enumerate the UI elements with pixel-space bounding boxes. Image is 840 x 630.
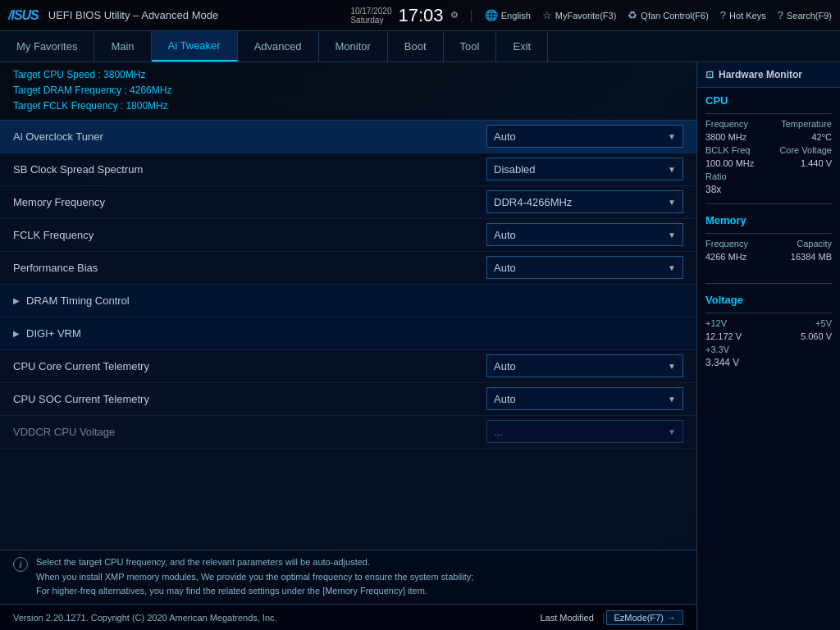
myfavorite-label: MyFavorite(F3) (555, 11, 617, 21)
hw-cpu-bclk-value: 100.00 MHz (705, 158, 754, 168)
status-line-1: Select the target CPU frequency, and the… (36, 555, 473, 570)
day-value: Saturday (350, 16, 391, 25)
hw-cpu-temp-label: Temperature (781, 119, 832, 129)
fclk-freq-value[interactable]: Auto ▼ (486, 223, 683, 246)
setting-cpu-core-telemetry[interactable]: CPU Core Current Telemetry Auto ▼ (0, 350, 696, 383)
nav-my-favorites[interactable]: My Favorites (0, 31, 94, 62)
nav-main[interactable]: Main (94, 31, 151, 62)
nav-boot[interactable]: Boot (388, 31, 444, 62)
nav-monitor[interactable]: Monitor (319, 31, 388, 62)
cpu-soc-telemetry-dropdown-value: Auto (494, 393, 516, 405)
sb-clock-value[interactable]: Disabled ▼ (486, 158, 683, 180)
hw-volt-12v-value: 12.172 V (705, 331, 742, 341)
setting-fclk-freq[interactable]: FCLK Frequency Auto ▼ (0, 219, 696, 252)
hw-mem-freq-val-row: 4266 MHz 16384 MB (697, 250, 840, 263)
hw-monitor-title: Hardware Monitor (719, 69, 802, 80)
status-bar: i Select the target CPU frequency, and t… (0, 550, 696, 604)
ai-overclock-value[interactable]: Auto ▼ (486, 125, 683, 148)
cpu-soc-telemetry-label: CPU SOC Current Telemetry (13, 393, 486, 405)
hw-cpu-ratio-value: 38x (697, 183, 840, 200)
vddcr-cpu-label: VDDCR CPU Voltage (13, 426, 486, 438)
cpu-core-telemetry-value[interactable]: Auto ▼ (486, 354, 683, 377)
hw-volt-divider (705, 313, 832, 313)
gear-icon[interactable]: ⚙ (450, 10, 459, 21)
content-area: Target CPU Speed : 3800MHz Target DRAM F… (0, 62, 840, 630)
nav-advanced[interactable]: Advanced (238, 31, 319, 62)
search-button[interactable]: ? Search(F9) (778, 9, 832, 21)
setting-cpu-soc-telemetry[interactable]: CPU SOC Current Telemetry Auto ▼ (0, 383, 696, 416)
time-display: 17:03 (398, 5, 443, 26)
hotkeys-button[interactable]: ? Hot Keys (720, 9, 766, 21)
info-icon: i (13, 557, 28, 572)
vddcr-cpu-dropdown[interactable]: ... ▼ (486, 420, 683, 443)
section-digi-vrm[interactable]: ▶ DIGI+ VRM (0, 317, 696, 350)
cpu-core-telemetry-dropdown-value: Auto (494, 360, 516, 372)
target-cpu-speed: Target CPU Speed : 3800MHz (13, 67, 683, 83)
nav-ai-tweaker[interactable]: Ai Tweaker (152, 31, 238, 62)
digi-vrm-expand-icon: ▶ (13, 329, 20, 338)
hw-cpu-section-title: CPU (697, 88, 840, 110)
last-modified-button[interactable]: Last Modified (533, 611, 600, 624)
language-button[interactable]: 🌐 English (485, 9, 531, 21)
hw-cpu-bclk-label: BCLK Freq (705, 145, 750, 155)
hotkeys-icon: ? (720, 9, 726, 21)
settings-list: Ai Overclock Tuner Auto ▼ SB Clock Sprea… (0, 121, 696, 550)
hw-cpu-bclk-val-row: 100.00 MHz 1.440 V (697, 157, 840, 170)
footer: Version 2.20.1271. Copyright (C) 2020 Am… (0, 604, 696, 630)
hw-volt-33v-row: +3.3V (697, 343, 840, 356)
myfavorite-button[interactable]: ☆ MyFavorite(F3) (542, 9, 617, 21)
hw-monitor-panel: ⊡ Hardware Monitor CPU Frequency Tempera… (696, 62, 840, 630)
sb-clock-dropdown[interactable]: Disabled ▼ (486, 158, 683, 180)
cpu-soc-telemetry-value[interactable]: Auto ▼ (486, 387, 683, 410)
sb-clock-label: SB Clock Spread Spectrum (13, 163, 486, 176)
setting-memory-freq[interactable]: Memory Frequency DDR4-4266MHz ▼ (0, 186, 696, 219)
nav-monitor-label: Monitor (336, 40, 371, 52)
hw-volt-12v-label: +12V (705, 318, 727, 328)
hw-cpu-vcore-label: Core Voltage (779, 145, 832, 155)
hw-mem-cap-label: Capacity (797, 239, 832, 249)
fclk-freq-dropdown[interactable]: Auto ▼ (486, 223, 683, 246)
search-label: Search(F9) (787, 11, 832, 21)
setting-sb-clock[interactable]: SB Clock Spread Spectrum Disabled ▼ (0, 153, 696, 186)
cpu-core-telemetry-label: CPU Core Current Telemetry (13, 360, 486, 372)
header-bar: /ISUS UEFI BIOS Utility – Advanced Mode … (0, 0, 840, 31)
vddcr-cpu-value[interactable]: ... ▼ (486, 420, 683, 443)
cpu-core-telemetry-dropdown[interactable]: Auto ▼ (486, 354, 683, 377)
asus-logo: /ISUS (8, 8, 39, 23)
status-line-2: When you install XMP memory modules, We … (36, 570, 473, 585)
globe-icon: 🌐 (485, 9, 498, 21)
nav-my-favorites-label: My Favorites (16, 40, 77, 52)
cpu-soc-telemetry-dropdown[interactable]: Auto ▼ (486, 387, 683, 410)
section-dram-timing[interactable]: ▶ DRAM Timing Control (0, 285, 696, 317)
perf-bias-value[interactable]: Auto ▼ (486, 256, 683, 279)
perf-bias-dropdown[interactable]: Auto ▼ (486, 256, 683, 279)
hw-cpu-ratio-label-row: Ratio (697, 170, 840, 183)
sb-clock-dropdown-arrow: ▼ (668, 165, 676, 174)
setting-perf-bias[interactable]: Performance Bias Auto ▼ (0, 252, 696, 285)
search-icon: ? (778, 9, 783, 21)
nav-tool[interactable]: Tool (444, 31, 497, 62)
ai-overclock-dropdown-value: Auto (494, 130, 516, 143)
memory-freq-label: Memory Frequency (13, 196, 486, 208)
ezmode-button[interactable]: EzMode(F7) → (606, 610, 683, 625)
nav-exit[interactable]: Exit (496, 31, 548, 62)
memory-freq-value[interactable]: DDR4-4266MHz ▼ (486, 190, 683, 213)
hw-volt-divider-top (705, 283, 832, 284)
main-panel: Target CPU Speed : 3800MHz Target DRAM F… (0, 62, 696, 630)
setting-ai-overclock[interactable]: Ai Overclock Tuner Auto ▼ (0, 121, 696, 153)
perf-bias-dropdown-value: Auto (494, 262, 516, 274)
date-value: 10/17/2020 (350, 7, 391, 16)
info-bar: Target CPU Speed : 3800MHz Target DRAM F… (0, 62, 696, 121)
datetime-section: 10/17/2020 Saturday 17:03 ⚙ (350, 5, 458, 26)
ai-overclock-dropdown[interactable]: Auto ▼ (486, 125, 683, 148)
nav-tool-label: Tool (460, 40, 480, 52)
hw-cpu-freq-val-row: 3800 MHz 42°C (697, 130, 840, 144)
hw-cpu-ratio-label: Ratio (705, 171, 727, 181)
hw-voltage-section-title: Voltage (697, 287, 840, 309)
nav-advanced-label: Advanced (254, 40, 302, 52)
setting-vddcr-cpu[interactable]: VDDCR CPU Voltage ... ▼ (0, 416, 696, 449)
qfan-button[interactable]: ♻ Qfan Control(F6) (628, 9, 709, 21)
hw-mem-freq-label: Frequency (705, 239, 748, 249)
memory-freq-dropdown[interactable]: DDR4-4266MHz ▼ (486, 190, 683, 213)
status-line-3: For higher-freq alternatives, you may fi… (36, 584, 473, 599)
